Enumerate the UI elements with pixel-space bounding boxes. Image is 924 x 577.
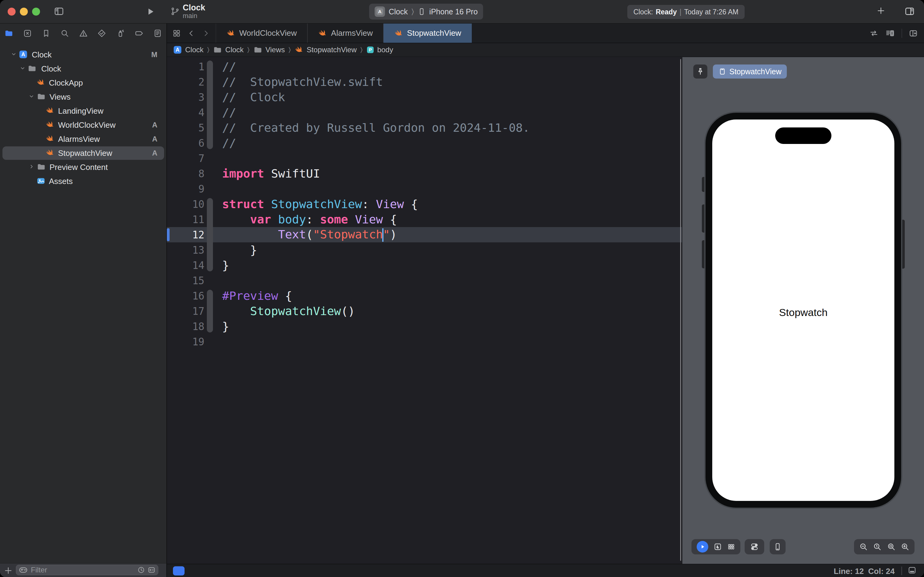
swift-icon (394, 29, 403, 38)
toggle-sidebar-icon[interactable] (54, 6, 64, 16)
code-line-17[interactable]: 17 StopwatchView() (167, 303, 682, 319)
debug-spray-icon[interactable] (116, 29, 125, 38)
code-line-12[interactable]: 12 Text("Stopwatch") (167, 227, 682, 242)
source-control-icon[interactable] (23, 29, 32, 38)
chevron-down-icon[interactable] (28, 93, 35, 100)
code-line-19[interactable]: 19 (167, 334, 682, 349)
tree-row-Views[interactable]: Views (2, 90, 164, 103)
zoom-in-icon[interactable] (900, 542, 910, 551)
tree-row-Preview-Content[interactable]: Preview Content (2, 160, 164, 174)
breadcrumb-label: Views (266, 45, 285, 54)
code-line-13[interactable]: 13 } (167, 242, 682, 258)
variants-icon[interactable] (727, 543, 735, 551)
split-editor-icon[interactable] (909, 29, 918, 38)
tree-row-Clock[interactable]: A Clock M (2, 48, 164, 61)
code-line-9[interactable]: 9 (167, 181, 682, 197)
filter-field[interactable] (16, 565, 158, 575)
folder-icon (213, 45, 222, 55)
scheme-name: Clock (389, 7, 408, 16)
code-line-11[interactable]: 11 var body: some View { (167, 212, 682, 227)
activity-status[interactable]: Clock: Ready | Today at 7:26 AM (627, 5, 745, 19)
tree-row-Assets[interactable]: Assets (2, 174, 164, 188)
editor-document-icon[interactable] (173, 566, 185, 575)
tab-label: WorldClockView (239, 28, 297, 38)
pin-preview-button[interactable] (693, 64, 707, 79)
scheme-separator: 〉 (412, 7, 414, 16)
code-line-5[interactable]: 5 // Created by Russell Gordon on 2024-1… (167, 120, 682, 135)
preview-screen[interactable]: Stopwatch (712, 119, 894, 501)
line-number: 18 (167, 321, 204, 332)
iphone-preview-device[interactable]: Stopwatch (705, 113, 901, 508)
find-icon[interactable] (60, 29, 69, 38)
swap-editor-icon[interactable] (869, 29, 879, 38)
code-line-1[interactable]: 1 // (167, 59, 682, 74)
tree-row-LandingView[interactable]: LandingView (2, 104, 164, 118)
bookmarks-icon[interactable] (42, 29, 51, 38)
code-line-6[interactable]: 6 // (167, 135, 682, 151)
line-number: 4 (167, 106, 204, 119)
breadcrumb-Clock[interactable]: Clock (213, 45, 243, 55)
code-line-3[interactable]: 3 // Clock (167, 90, 682, 105)
filter-input[interactable] (30, 566, 135, 575)
forward-icon[interactable] (202, 29, 210, 38)
tests-icon[interactable] (97, 29, 106, 38)
issues-icon[interactable] (79, 29, 88, 38)
tree-row-label: WorldClockView (58, 121, 116, 130)
code-line-14[interactable]: 14 } (167, 258, 682, 273)
adjust-editor-icon[interactable] (885, 28, 895, 38)
breadcrumb-body[interactable]: P body (366, 45, 393, 54)
project-navigator-icon[interactable] (4, 29, 13, 38)
tree-row-ClockApp[interactable]: ClockApp (2, 76, 164, 90)
code-line-16[interactable]: 16 #Preview { (167, 288, 682, 303)
reports-icon[interactable] (153, 29, 162, 38)
tree-row-label: Clock (41, 64, 61, 74)
toggle-bottom-bar-icon[interactable] (908, 566, 917, 575)
minimize-button[interactable] (20, 8, 28, 16)
swift-icon (45, 134, 55, 143)
breadcrumb-Views[interactable]: Views (253, 45, 285, 55)
related-items-icon[interactable] (172, 29, 181, 38)
add-button[interactable] (876, 6, 885, 15)
code-line-4[interactable]: 4 // (167, 105, 682, 120)
zoom-out-icon[interactable] (859, 542, 868, 551)
tree-row-WorldClockView[interactable]: WorldClockView A (2, 118, 164, 132)
device-button[interactable] (770, 539, 786, 554)
source-control-filter-icon[interactable] (148, 566, 156, 574)
source-editor[interactable]: 1 // 2 // StopwatchView.swift 3 // Clock… (167, 57, 682, 564)
code-line-18[interactable]: 18 } (167, 319, 682, 334)
zoom-actual-icon[interactable] (872, 542, 882, 551)
back-icon[interactable] (187, 29, 196, 38)
device-settings-button[interactable] (745, 539, 764, 554)
recent-files-icon[interactable] (137, 566, 145, 574)
code-line-10[interactable]: 10 struct StopwatchView: View { (167, 197, 682, 212)
filter-menu-icon[interactable] (19, 566, 28, 575)
tree-row-StopwatchView[interactable]: StopwatchView A (2, 147, 164, 160)
live-preview-play-icon[interactable] (697, 541, 708, 553)
code-line-2[interactable]: 2 // StopwatchView.swift (167, 74, 682, 90)
zoom-button[interactable] (32, 8, 40, 16)
preview-target-chip[interactable]: StopwatchView (713, 64, 787, 79)
tree-row-Clock[interactable]: Clock (2, 62, 164, 76)
breakpoints-icon[interactable] (134, 29, 143, 38)
add-file-button[interactable] (4, 566, 13, 575)
tab-AlarmsView[interactable]: AlarmsView (307, 24, 383, 43)
code-line-7[interactable]: 7 (167, 151, 682, 166)
run-button[interactable] (145, 7, 155, 16)
chevron-down-icon[interactable] (10, 51, 17, 58)
code-line-8[interactable]: 8 import SwiftUI (167, 166, 682, 181)
chevron-down-icon[interactable] (19, 65, 26, 71)
tab-WorldClockView[interactable]: WorldClockView (216, 24, 307, 43)
breadcrumb-StopwatchView[interactable]: StopwatchView (295, 45, 357, 55)
close-button[interactable] (8, 8, 16, 16)
scheme-selector[interactable]: A Clock 〉 iPhone 16 Pro (369, 4, 483, 19)
editor-scrollbar[interactable] (680, 59, 681, 561)
breadcrumb-Clock[interactable]: A Clock (173, 45, 203, 55)
zoom-fit-icon[interactable] (887, 542, 896, 551)
scheme-project-area[interactable]: Clock main (171, 3, 205, 19)
tree-row-AlarmsView[interactable]: AlarmsView A (2, 132, 164, 146)
chevron-right-icon[interactable] (28, 163, 35, 170)
tab-StopwatchView[interactable]: StopwatchView (383, 24, 472, 43)
toggle-inspector-icon[interactable] (905, 6, 915, 16)
selectable-mode-icon[interactable] (713, 543, 722, 551)
code-line-15[interactable]: 15 (167, 273, 682, 288)
